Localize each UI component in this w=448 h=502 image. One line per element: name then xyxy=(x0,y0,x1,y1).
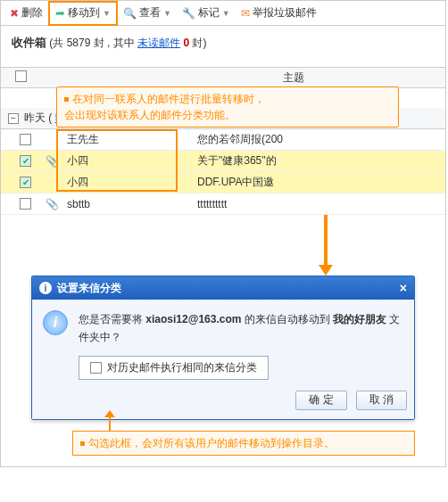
view-icon: 🔍 xyxy=(123,7,137,20)
report-label: 举报垃圾邮件 xyxy=(253,5,317,21)
delete-label: 删除 xyxy=(21,5,43,21)
mark-button[interactable]: 🔧 标记 ▼ xyxy=(177,3,236,24)
delete-button[interactable]: ✖ 删除 xyxy=(4,3,48,24)
toolbar: ✖ 删除 ➦ 移动到 ▼ 🔍 查看 ▼ 🔧 标记 ▼ ✉ 举报垃圾邮件 xyxy=(1,1,445,26)
cancel-button[interactable]: 取 消 xyxy=(356,391,407,410)
info-icon: i xyxy=(39,282,52,294)
subject: DDF.UPA中国邀 xyxy=(179,175,445,190)
mail-rows: 王先生 您的若邻周报(200 ✔ 📎 小四 关于"健康365"的 ✔ 小四 DD… xyxy=(1,129,445,215)
sender: sbttb xyxy=(63,198,179,210)
view-label: 查看 xyxy=(139,5,161,21)
callout-history-option: 勾选此框，会对所有该用户的邮件移动到操作目录。 xyxy=(72,431,415,456)
select-all-checkbox[interactable] xyxy=(8,70,33,85)
mark-label: 标记 xyxy=(198,5,220,21)
classify-dialog: i 设置来信分类 × i 您是否需要将 xiaosi12@163.com 的来信… xyxy=(31,276,415,420)
row-checkbox[interactable]: ✔ xyxy=(20,177,31,188)
attachment-icon: 📎 xyxy=(40,198,63,210)
row-checkbox[interactable] xyxy=(20,134,31,145)
close-icon[interactable]: × xyxy=(400,281,407,295)
dialog-info-icon: i xyxy=(43,310,79,347)
ok-button[interactable]: 确 定 xyxy=(295,391,346,410)
mail-row[interactable]: ✔ 小四 DDF.UPA中国邀 xyxy=(1,172,445,193)
move-label: 移动到 xyxy=(68,5,100,21)
mail-row[interactable]: 王先生 您的若邻周报(200 xyxy=(1,129,445,151)
bullet-icon xyxy=(80,441,85,446)
collapse-icon[interactable]: − xyxy=(8,113,19,124)
subject: tttttttttt xyxy=(179,198,445,210)
move-icon: ➦ xyxy=(55,6,65,20)
report-spam-button[interactable]: ✉ 举报垃圾邮件 xyxy=(236,3,322,24)
mail-row[interactable]: 📎 sbttb tttttttttt xyxy=(1,193,445,215)
chevron-down-icon: ▼ xyxy=(163,9,171,18)
chevron-down-icon: ▼ xyxy=(103,9,111,18)
option-checkbox[interactable] xyxy=(90,362,102,374)
subject: 您的若邻周报(200 xyxy=(179,132,445,147)
sender: 小四 xyxy=(63,175,179,190)
bullet-icon xyxy=(64,97,69,102)
view-button[interactable]: 🔍 查看 ▼ xyxy=(118,3,177,24)
dialog-titlebar: i 设置来信分类 × xyxy=(32,276,414,300)
move-to-button[interactable]: ➦ 移动到 ▼ xyxy=(48,1,118,26)
flow-arrow xyxy=(153,215,445,276)
subject: 关于"健康365"的 xyxy=(179,153,445,169)
subject-column: 主题 xyxy=(283,70,304,86)
mail-table-header: 主题 xyxy=(1,67,445,88)
row-checkbox[interactable]: ✔ xyxy=(20,155,31,167)
delete-icon: ✖ xyxy=(10,7,19,20)
dialog-message: 您是否需要将 xiaosi12@163.com 的来信自动移动到 我的好朋友 文… xyxy=(79,310,403,347)
apply-history-option[interactable]: 对历史邮件执行相同的来信分类 xyxy=(79,356,269,380)
wrench-icon: 🔧 xyxy=(182,7,195,20)
callout-batch-move: 在对同一联系人的邮件进行批量转移时， 会出现对该联系人的邮件分类功能。 xyxy=(56,86,399,128)
attachment-icon: 📎 xyxy=(40,155,63,168)
unread-link[interactable]: 未读邮件 xyxy=(137,37,180,49)
inbox-counts: (共 5879 封 , 其中 未读邮件 0 封) xyxy=(49,37,206,49)
inbox-header: 收件箱 (共 5879 封 , 其中 未读邮件 0 封) xyxy=(1,26,445,56)
inbox-title: 收件箱 xyxy=(12,36,46,49)
dialog-title: 设置来信分类 xyxy=(57,281,121,296)
row-checkbox[interactable] xyxy=(20,198,31,210)
sender: 小四 xyxy=(63,153,179,169)
chevron-down-icon: ▼ xyxy=(222,9,230,18)
sender: 王先生 xyxy=(63,132,179,147)
report-icon: ✉ xyxy=(241,7,250,20)
mail-row[interactable]: ✔ 📎 小四 关于"健康365"的 xyxy=(1,151,445,172)
